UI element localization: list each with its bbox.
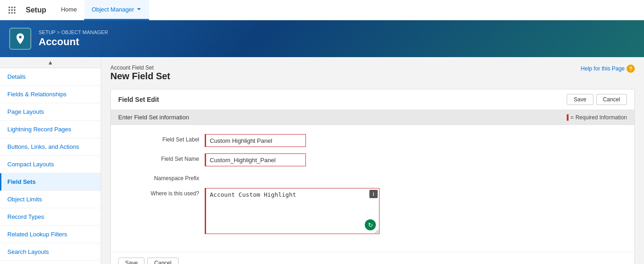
svg-rect-2 <box>14 6 15 8</box>
field-set-label-label: Field Set Label <box>122 134 205 143</box>
page-title: Account <box>39 36 108 48</box>
tab-object-manager[interactable]: Object Manager <box>84 0 149 20</box>
main-layout: ▲ Details Fields & Relationships Page La… <box>0 57 644 264</box>
where-used-row: Where is this used? Account Custom Highl… <box>122 188 623 234</box>
form-body: Field Set Label Field Set Name Namespace… <box>111 125 634 252</box>
bottom-cancel-button[interactable]: Cancel <box>147 258 178 264</box>
svg-rect-1 <box>11 6 12 8</box>
header-save-button[interactable]: Save <box>567 94 593 105</box>
refresh-icon-button[interactable]: ↻ <box>365 219 376 230</box>
svg-rect-7 <box>11 12 12 13</box>
required-bar-icon <box>567 114 569 121</box>
tab-home[interactable]: Home <box>53 0 84 20</box>
where-used-label: Where is this used? <box>122 188 205 197</box>
nav-tabs: Home Object Manager <box>53 0 149 20</box>
account-icon <box>14 32 27 45</box>
help-link[interactable]: Help for this Page ? <box>581 65 635 73</box>
content-subtitle: Account Field Set <box>110 65 170 71</box>
svg-rect-3 <box>9 9 10 11</box>
sidebar-scroll-up[interactable]: ▲ <box>0 57 101 68</box>
field-set-name-label: Field Set Name <box>122 153 205 162</box>
svg-rect-5 <box>14 9 15 11</box>
bottom-actions: Save Cancel <box>111 252 634 264</box>
sidebar-item-related-lookup-filters[interactable]: Related Lookup Filters <box>0 226 101 243</box>
sidebar-item-field-sets[interactable]: Field Sets <box>0 173 101 191</box>
header-btn-row: Save Cancel <box>567 94 627 105</box>
form-panel-header: Field Set Edit Save Cancel <box>111 89 634 110</box>
sidebar-item-list-view-button-layout[interactable]: List View Button Layout <box>0 261 101 264</box>
top-navigation: Setup Home Object Manager <box>0 0 644 20</box>
sidebar-item-object-limits[interactable]: Object Limits <box>0 191 101 208</box>
object-icon <box>9 28 31 50</box>
breadcrumb-setup[interactable]: SETUP <box>39 29 55 35</box>
sidebar-item-page-layouts[interactable]: Page Layouts <box>0 103 101 121</box>
sidebar-item-buttons-links-actions[interactable]: Buttons, Links, and Actions <box>0 138 101 156</box>
content-header: Account Field Set New Field Set Help for… <box>110 65 635 87</box>
form-panel: Field Set Edit Save Cancel Enter Field S… <box>110 89 635 264</box>
svg-rect-6 <box>9 12 10 13</box>
setup-title: Setup <box>26 6 46 14</box>
sidebar-item-compact-layouts[interactable]: Compact Layouts <box>0 156 101 173</box>
sidebar-item-lightning-record-pages[interactable]: Lightning Record Pages <box>0 121 101 138</box>
sidebar: ▲ Details Fields & Relationships Page La… <box>0 57 101 264</box>
where-used-textarea[interactable]: Account Custom Highlight <box>205 188 380 234</box>
svg-rect-0 <box>9 6 10 8</box>
header-cancel-button[interactable]: Cancel <box>596 94 627 105</box>
content-main-title: New Field Set <box>110 71 170 82</box>
svg-rect-4 <box>11 9 12 11</box>
bottom-save-button[interactable]: Save <box>118 258 144 264</box>
section-title: Enter Field Set information <box>118 114 189 121</box>
textarea-wrap: Account Custom Highlight i ↻ <box>205 188 380 234</box>
dropdown-chevron-icon <box>136 6 142 12</box>
field-set-name-row: Field Set Name <box>122 153 623 166</box>
svg-rect-8 <box>14 12 15 13</box>
sidebar-item-search-layouts[interactable]: Search Layouts <box>0 243 101 261</box>
sidebar-item-details[interactable]: Details <box>0 68 101 86</box>
required-legend: = Required Information <box>567 114 627 121</box>
field-set-label-input[interactable] <box>205 134 306 147</box>
help-icon: ? <box>627 65 635 73</box>
breadcrumb-object-manager[interactable]: OBJECT MANAGER <box>61 29 108 35</box>
app-launcher-button[interactable] <box>6 4 18 17</box>
field-set-label-row: Field Set Label <box>122 134 623 147</box>
page-header-text: SETUP > OBJECT MANAGER Account <box>39 29 108 48</box>
content-area: Account Field Set New Field Set Help for… <box>101 57 644 264</box>
sidebar-item-fields-relationships[interactable]: Fields & Relationships <box>0 86 101 103</box>
namespace-prefix-row: Namespace Prefix <box>122 173 623 182</box>
sidebar-item-record-types[interactable]: Record Types <box>0 208 101 226</box>
field-set-name-input[interactable] <box>205 153 306 166</box>
breadcrumb: SETUP > OBJECT MANAGER <box>39 29 108 35</box>
page-header-band: SETUP > OBJECT MANAGER Account <box>0 20 644 57</box>
form-panel-title: Field Set Edit <box>118 96 159 103</box>
form-section-header: Enter Field Set information = Required I… <box>111 110 634 125</box>
info-icon-button[interactable]: i <box>369 190 378 198</box>
namespace-prefix-label: Namespace Prefix <box>122 173 205 182</box>
